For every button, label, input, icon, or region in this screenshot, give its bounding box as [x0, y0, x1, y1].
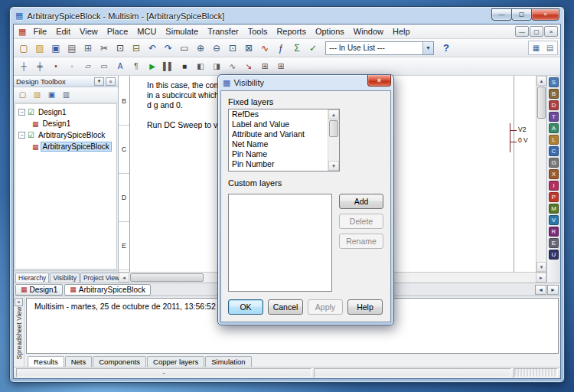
open-file-icon[interactable]: ▨ [32, 41, 47, 56]
tab-hierarchy[interactable]: Hierarchy [15, 273, 49, 283]
paste-icon[interactable]: ⊟ [129, 41, 144, 56]
analyses-icon[interactable]: ƒ [273, 41, 289, 56]
save-icon[interactable]: ▣ [48, 41, 64, 56]
tab-copper-layers[interactable]: Copper layers [147, 356, 204, 367]
menu-mcu[interactable]: MCU [132, 25, 161, 38]
maximize-button[interactable]: ▢ [511, 8, 532, 21]
scroll-left-icon[interactable]: ◄ [119, 273, 129, 283]
toolbox-new-icon[interactable]: ▢ [16, 88, 29, 101]
scrollbar-thumb[interactable] [329, 120, 338, 137]
redo-icon[interactable]: ↷ [161, 41, 176, 56]
design-toolbox-toggle-icon[interactable]: ▦ [530, 41, 543, 54]
place-text-icon[interactable]: A [113, 59, 128, 74]
tree-item-arbitraryspiceblock-sheet[interactable]: ▦ ArbitrarySpiceBlock [15, 141, 116, 152]
description-box-icon[interactable]: ¶ [129, 59, 144, 74]
place-junction-icon[interactable]: • [48, 59, 64, 74]
scroll-up-icon[interactable]: ▲ [536, 76, 546, 86]
tab-prev-icon[interactable]: ◄ [535, 285, 546, 295]
print-preview-icon[interactable]: ⊞ [80, 41, 96, 56]
mdi-restore-button[interactable]: ▢ [530, 26, 543, 37]
run-simulation-icon[interactable]: ▶ [145, 59, 160, 74]
menu-edit[interactable]: Edit [51, 25, 75, 38]
postprocessor-icon[interactable]: Σ [289, 41, 305, 56]
checkbox-icon[interactable]: ☑ [28, 108, 34, 116]
menu-window[interactable]: Window [349, 25, 388, 38]
zoom-out-icon[interactable]: ⊖ [209, 41, 224, 56]
tab-simulation[interactable]: Simulation [205, 356, 251, 367]
power-components-icon[interactable]: P [549, 192, 559, 202]
layer-item[interactable]: Attribute and Variant [229, 129, 339, 139]
title-bar[interactable]: ▦ ArbitrarySpiceBlock - Multisim - [Arbi… [10, 7, 564, 23]
toolbox-save-icon[interactable]: ▣ [45, 88, 58, 101]
indicator-components-icon[interactable]: I [549, 181, 559, 191]
pause-simulation-icon[interactable]: ▌▌ [161, 59, 176, 74]
toolbox-layers-icon[interactable]: ▥ [60, 88, 73, 101]
menu-view[interactable]: View [75, 25, 103, 38]
status-grip[interactable] [514, 368, 558, 377]
undo-icon[interactable]: ↶ [145, 41, 160, 56]
misc-components-icon[interactable]: M [549, 204, 559, 214]
layer-item[interactable]: Label and Value [229, 119, 339, 129]
add-button[interactable]: Add [339, 194, 383, 209]
ttl-components-icon[interactable]: L [549, 135, 559, 145]
toolbox-close-icon[interactable]: × [106, 77, 116, 86]
function-generator-icon[interactable]: ∿ [225, 59, 240, 74]
delete-button[interactable]: Delete [339, 214, 383, 229]
hierarchical-block-icon[interactable]: ▱ [80, 59, 96, 74]
vertical-scrollbar[interactable]: ▲ ▼ [536, 76, 546, 272]
grapher-icon[interactable]: ∿ [257, 41, 272, 56]
scroll-up-icon[interactable]: ▲ [328, 109, 339, 119]
copy-icon[interactable]: ⊡ [113, 41, 128, 56]
connector-icon[interactable]: ◦ [64, 59, 80, 74]
electromechanical-components-icon[interactable]: E [549, 238, 559, 248]
oscilloscope-icon[interactable]: ◨ [209, 59, 224, 74]
mixed-components-icon[interactable]: X [549, 169, 559, 179]
fixed-layers-listbox[interactable]: RefDesLabel and ValueAttribute and Varia… [228, 109, 340, 172]
ok-button[interactable]: OK [228, 299, 263, 315]
mcu-components-icon[interactable]: U [549, 250, 559, 260]
tab-next-icon[interactable]: ► [547, 285, 559, 295]
peripherals-components-icon[interactable]: V [549, 215, 559, 225]
layer-item[interactable]: Pin Number [229, 159, 339, 169]
fullscreen-icon[interactable]: ▭ [177, 41, 192, 56]
print-icon[interactable]: ▤ [64, 41, 80, 56]
rf-components-icon[interactable]: R [549, 227, 559, 237]
help-button[interactable]: Help [347, 299, 383, 315]
diode-components-icon[interactable]: D [549, 100, 559, 110]
new-file-icon[interactable]: ▢ [16, 41, 31, 56]
help-icon[interactable]: ? [439, 41, 454, 56]
misc-digital-components-icon[interactable]: G [549, 158, 559, 168]
toolbox-menu-icon[interactable]: ▾ [94, 77, 104, 86]
subcircuit-icon[interactable]: ▭ [96, 59, 112, 74]
custom-layers-listbox[interactable] [228, 194, 332, 292]
tab-components[interactable]: Components [93, 356, 146, 367]
tab-visibility[interactable]: Visibility [50, 273, 80, 283]
layer-item[interactable]: RefDes [229, 109, 339, 119]
probe-icon[interactable]: ↘ [241, 59, 256, 74]
cut-icon[interactable]: ✂ [96, 41, 112, 56]
expander-icon[interactable]: − [18, 132, 25, 139]
place-wire-icon[interactable]: ┼ [16, 59, 31, 74]
tab-arbitraryspiceblock[interactable]: ▦ ArbitrarySpiceBlock [64, 284, 151, 296]
cancel-button[interactable]: Cancel [268, 299, 303, 315]
menu-simulate[interactable]: Simulate [161, 25, 203, 38]
menu-reports[interactable]: Reports [272, 25, 311, 38]
analog-components-icon[interactable]: A [549, 123, 559, 133]
scroll-down-icon[interactable]: ▼ [328, 161, 339, 171]
in-use-list-combobox[interactable]: --- In Use List --- ▼ [325, 41, 434, 55]
menu-transfer[interactable]: Transfer [203, 25, 243, 38]
menu-help[interactable]: Help [388, 25, 415, 38]
stop-simulation-icon[interactable]: ■ [177, 59, 192, 74]
scroll-right-icon[interactable]: ► [536, 273, 546, 283]
tab-nets[interactable]: Nets [65, 356, 93, 367]
scrollbar-thumb[interactable] [537, 87, 546, 119]
listbox-scrollbar[interactable]: ▲ ▼ [328, 109, 339, 171]
tab-project-view[interactable]: Project View [80, 273, 122, 283]
grid-properties-icon[interactable]: ⊞ [273, 59, 289, 74]
zoom-fit-icon[interactable]: ⊠ [241, 41, 256, 56]
multimeter-icon[interactable]: ◧ [193, 59, 208, 74]
mdi-close-button[interactable]: × [544, 26, 558, 37]
close-button[interactable]: × [531, 8, 559, 21]
apply-button[interactable]: Apply [308, 299, 343, 315]
layer-item[interactable]: Pin Name [229, 149, 339, 159]
